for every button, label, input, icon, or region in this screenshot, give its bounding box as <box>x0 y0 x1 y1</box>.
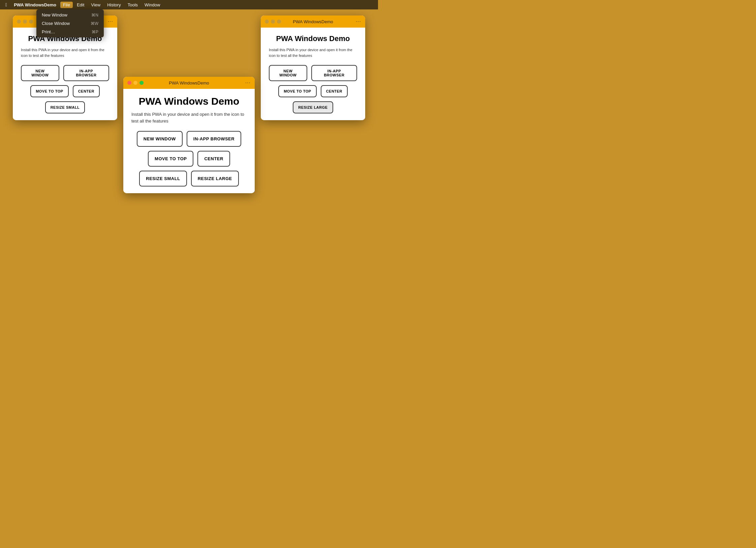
btn-move-top-2[interactable]: MOVE TO TOP <box>278 85 317 97</box>
btn-row-3c: RESIZE SMALL RESIZE LARGE <box>139 171 239 186</box>
titlebar-3: PWA WindowsDemo ··· <box>123 77 255 89</box>
btn-row-2a: NEW WINDOW IN-APP BROWSER <box>269 65 357 81</box>
tl-green-2[interactable] <box>277 20 281 24</box>
menu-bar:  PWA WindowsDemo File Edit View History… <box>0 0 378 9</box>
menu-edit[interactable]: Edit <box>74 2 87 8</box>
btn-grid-2: NEW WINDOW IN-APP BROWSER MOVE TO TOP CE… <box>269 65 357 113</box>
window-content-3: PWA Windows Demo Install this PWA in you… <box>123 89 255 193</box>
pwa-window-3: PWA WindowsDemo ··· PWA Windows Demo Ins… <box>123 77 255 193</box>
btn-center-3[interactable]: CENTER <box>197 151 230 167</box>
desktop: …emo ··· PWA Windows Demo Install this P… <box>0 9 378 274</box>
titlebar-2: PWA WindowsDemo ··· <box>261 15 365 28</box>
btn-row-3a: NEW WINDOW IN-APP BROWSER <box>137 131 241 147</box>
tl-red-1[interactable] <box>17 20 21 24</box>
btn-grid-1: NEW WINDOW IN-APP BROWSER MOVE TO TOP CE… <box>21 65 109 113</box>
pwa-subtitle-1: Install this PWA in your device and open… <box>21 47 109 58</box>
btn-grid-3: NEW WINDOW IN-APP BROWSER MOVE TO TOP CE… <box>131 131 247 186</box>
btn-center-2[interactable]: CENTER <box>321 85 348 97</box>
app-name: PWA WindowsDemo <box>11 2 59 8</box>
window-controls-2 <box>265 20 281 24</box>
pwa-app-title-3: PWA Windows Demo <box>131 96 247 107</box>
btn-new-window-1[interactable]: NEW WINDOW <box>21 65 59 81</box>
window-title-2: PWA WindowsDemo <box>293 19 333 24</box>
tl-yellow-3[interactable] <box>133 81 137 85</box>
tl-yellow-1[interactable] <box>23 20 27 24</box>
tl-green-3[interactable] <box>139 81 144 85</box>
tl-red-3[interactable] <box>127 81 131 85</box>
btn-move-top-3[interactable]: MOVE TO TOP <box>148 151 193 167</box>
apple-menu[interactable]:  <box>3 1 10 8</box>
menu-tools[interactable]: Tools <box>125 2 140 8</box>
window-title-3: PWA WindowsDemo <box>169 80 209 85</box>
window-dots-1[interactable]: ··· <box>108 19 113 25</box>
btn-move-top-1[interactable]: MOVE TO TOP <box>30 85 69 97</box>
window-content-2: PWA Windows Demo Install this PWA in you… <box>261 28 365 120</box>
window-controls-3 <box>127 81 144 85</box>
window-dots-3[interactable]: ··· <box>245 80 251 86</box>
menu-close-window[interactable]: Close Window ⌘W <box>36 19 104 28</box>
btn-resize-large-3[interactable]: RESIZE LARGE <box>191 171 239 186</box>
btn-new-window-3[interactable]: NEW WINDOW <box>137 131 183 147</box>
pwa-window-2: PWA WindowsDemo ··· PWA Windows Demo Ins… <box>261 15 365 120</box>
btn-row-1a: NEW WINDOW IN-APP BROWSER <box>21 65 109 81</box>
menu-window[interactable]: Window <box>142 2 163 8</box>
btn-row-2c: RESIZE LARGE <box>293 101 333 113</box>
btn-resize-small-1[interactable]: RESIZE SMALL <box>45 101 85 113</box>
btn-resize-small-3[interactable]: RESIZE SMALL <box>139 171 187 186</box>
menu-history[interactable]: History <box>104 2 123 8</box>
tl-red-2[interactable] <box>265 20 269 24</box>
tl-yellow-2[interactable] <box>271 20 275 24</box>
file-dropdown: New Window ⌘N Close Window ⌘W Print… ⌘P <box>36 9 104 37</box>
btn-new-window-2[interactable]: NEW WINDOW <box>269 65 307 81</box>
menu-print[interactable]: Print… ⌘P <box>36 28 104 36</box>
btn-inapp-browser-1[interactable]: IN-APP BROWSER <box>63 65 109 81</box>
pwa-subtitle-3: Install this PWA in your device and open… <box>131 111 247 124</box>
btn-center-1[interactable]: CENTER <box>73 85 100 97</box>
btn-row-1b: MOVE TO TOP CENTER <box>30 85 100 97</box>
window-dots-2[interactable]: ··· <box>356 19 361 25</box>
menu-view[interactable]: View <box>88 2 103 8</box>
window-controls-1 <box>17 20 33 24</box>
pwa-subtitle-2: Install this PWA in your device and open… <box>269 47 357 58</box>
btn-row-2b: MOVE TO TOP CENTER <box>278 85 348 97</box>
pwa-app-title-2: PWA Windows Demo <box>269 34 357 43</box>
window-content-1: PWA Windows Demo Install this PWA in you… <box>13 28 117 120</box>
btn-inapp-browser-2[interactable]: IN-APP BROWSER <box>311 65 357 81</box>
btn-row-3b: MOVE TO TOP CENTER <box>148 151 230 167</box>
menu-file[interactable]: File <box>60 2 73 8</box>
tl-green-1[interactable] <box>29 20 33 24</box>
btn-row-1c: RESIZE SMALL <box>45 101 85 113</box>
btn-resize-large-2[interactable]: RESIZE LARGE <box>293 101 333 113</box>
btn-inapp-browser-3[interactable]: IN-APP BROWSER <box>187 131 241 147</box>
menu-new-window[interactable]: New Window ⌘N <box>36 11 104 19</box>
